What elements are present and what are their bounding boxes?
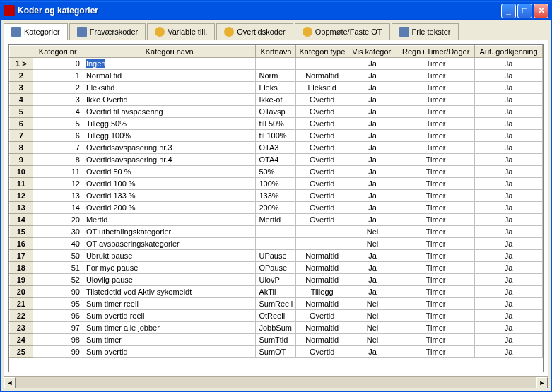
tab-frie-tekster[interactable]: Frie tekster [392, 23, 459, 40]
cell-aut[interactable]: Ja [475, 190, 543, 202]
cell-name[interactable]: Tillegg 100% [83, 130, 256, 142]
cell-short[interactable]: SumReell [256, 298, 296, 310]
cell-type[interactable]: Overtid [296, 178, 348, 190]
row-number[interactable]: 22 [10, 310, 33, 322]
cell-nr[interactable]: 97 [33, 322, 83, 334]
cell-regn[interactable]: Timer [397, 118, 475, 130]
cell-type[interactable]: Normaltid [296, 322, 348, 334]
row-number[interactable]: 15 [10, 226, 33, 238]
cell-name[interactable]: OT utbetalingskategorier [83, 226, 256, 238]
table-row[interactable]: 1750Ubrukt pauseUPauseNormaltidJaTimerJa [10, 250, 543, 262]
cell-aut[interactable]: Ja [475, 238, 543, 250]
tab-oppm-te-faste-ot[interactable]: Oppmøte/Faste OT [295, 23, 390, 40]
row-number[interactable]: 1 > [10, 58, 33, 70]
cell-type[interactable]: Tillegg [296, 286, 348, 298]
cell-vis[interactable]: Nei [348, 334, 397, 346]
cell-aut[interactable]: Ja [475, 94, 543, 106]
cell-aut[interactable]: Ja [475, 154, 543, 166]
col-header-0[interactable]: Kategori nr [33, 46, 83, 58]
cell-vis[interactable]: Ja [348, 202, 397, 214]
cell-vis[interactable]: Ja [348, 154, 397, 166]
cell-nr[interactable]: 2 [33, 82, 83, 94]
cell-aut[interactable]: Ja [475, 142, 543, 154]
cell-aut[interactable]: Ja [475, 130, 543, 142]
row-number[interactable]: 24 [10, 334, 33, 346]
cell-short[interactable]: UPause [256, 250, 296, 262]
table-row[interactable]: 1112Overtid 100 %100%OvertidJaTimerJa [10, 178, 543, 190]
cell-nr[interactable]: 99 [33, 346, 83, 358]
row-number[interactable]: 8 [10, 142, 33, 154]
cell-vis[interactable]: Nei [348, 322, 397, 334]
cell-type[interactable]: Overtid [296, 202, 348, 214]
cell-short[interactable] [256, 226, 296, 238]
cell-type[interactable]: Normaltid [296, 274, 348, 286]
cell-aut[interactable]: Ja [475, 214, 543, 226]
cell-vis[interactable]: Ja [348, 94, 397, 106]
row-number[interactable]: 6 [10, 118, 33, 130]
cell-name[interactable]: Overtid 133 % [83, 190, 256, 202]
row-number[interactable]: 17 [10, 250, 33, 262]
cell-aut[interactable]: Ja [475, 82, 543, 94]
cell-nr[interactable]: 3 [33, 94, 83, 106]
data-grid[interactable]: Kategori nrKategori navnKortnavnKategori… [8, 44, 544, 372]
cell-aut[interactable]: Ja [475, 298, 543, 310]
cell-name[interactable]: Overtid 50 % [83, 166, 256, 178]
cell-short[interactable]: Mertid [256, 214, 296, 226]
cell-name[interactable]: Overtid 100 % [83, 178, 256, 190]
cell-aut[interactable]: Ja [475, 310, 543, 322]
cell-regn[interactable]: Timer [397, 322, 475, 334]
cell-regn[interactable]: Timer [397, 238, 475, 250]
cell-short[interactable]: Ikke-ot [256, 94, 296, 106]
cell-regn[interactable]: Timer [397, 70, 475, 82]
row-number[interactable]: 11 [10, 178, 33, 190]
cell-short[interactable]: SumOT [256, 346, 296, 358]
cell-regn[interactable]: Timer [397, 286, 475, 298]
col-header-2[interactable]: Kortnavn [256, 46, 296, 58]
table-row[interactable]: 1011Overtid 50 %50%OvertidJaTimerJa [10, 166, 543, 178]
table-row[interactable]: 1420MertidMertidOvertidJaTimerJa [10, 214, 543, 226]
cell-vis[interactable]: Ja [348, 118, 397, 130]
cell-type[interactable]: Normaltid [296, 250, 348, 262]
cell-regn[interactable]: Timer [397, 82, 475, 94]
cell-short[interactable]: OtReell [256, 310, 296, 322]
cell-nr[interactable]: 40 [33, 238, 83, 250]
cell-nr[interactable]: 90 [33, 286, 83, 298]
cell-aut[interactable]: Ja [475, 202, 543, 214]
col-header-4[interactable]: Vis kategori [348, 46, 397, 58]
cell-vis[interactable]: Ja [348, 286, 397, 298]
cell-aut[interactable]: Ja [475, 58, 543, 70]
row-number[interactable]: 16 [10, 238, 33, 250]
table-row[interactable]: 1640OT avspaseringskategorierNeiTimerJa [10, 238, 543, 250]
cell-vis[interactable]: Ja [348, 142, 397, 154]
cell-aut[interactable]: Ja [475, 346, 543, 358]
cell-regn[interactable]: Timer [397, 202, 475, 214]
cell-aut[interactable]: Ja [475, 226, 543, 238]
row-number[interactable]: 18 [10, 262, 33, 274]
cell-type[interactable]: Overtid [296, 94, 348, 106]
row-number[interactable]: 5 [10, 106, 33, 118]
cell-vis[interactable]: Ja [348, 178, 397, 190]
cell-type[interactable]: Overtid [296, 346, 348, 358]
table-row[interactable]: 1213Overtid 133 %133%OvertidJaTimerJa [10, 190, 543, 202]
cell-vis[interactable]: Ja [348, 106, 397, 118]
table-row[interactable]: 54Overtid til avspaseringOTavspOvertidJa… [10, 106, 543, 118]
cell-regn[interactable]: Timer [397, 58, 475, 70]
cell-short[interactable]: 100% [256, 178, 296, 190]
cell-aut[interactable]: Ja [475, 178, 543, 190]
table-row[interactable]: 2090Tilstedetid ved Aktiv sykemeldtAkTil… [10, 286, 543, 298]
cell-name[interactable]: Sum overtid reell [83, 310, 256, 322]
horizontal-scrollbar[interactable]: ◄ ► [4, 376, 548, 388]
cell-regn[interactable]: Timer [397, 166, 475, 178]
cell-type[interactable]: Fleksitid [296, 82, 348, 94]
cell-nr[interactable]: 11 [33, 166, 83, 178]
cell-vis[interactable]: Ja [348, 190, 397, 202]
cell-vis[interactable]: Ja [348, 130, 397, 142]
cell-regn[interactable]: Timer [397, 154, 475, 166]
table-row[interactable]: 2296Sum overtid reellOtReellOvertidNeiTi… [10, 310, 543, 322]
cell-name[interactable]: Sum overtid [83, 346, 256, 358]
table-row[interactable]: 1851For mye pauseOPauseNormaltidJaTimerJ… [10, 262, 543, 274]
cell-regn[interactable]: Timer [397, 274, 475, 286]
cell-short[interactable]: OPause [256, 262, 296, 274]
cell-type[interactable]: Overtid [296, 310, 348, 322]
cell-name[interactable]: Overtid 200 % [83, 202, 256, 214]
